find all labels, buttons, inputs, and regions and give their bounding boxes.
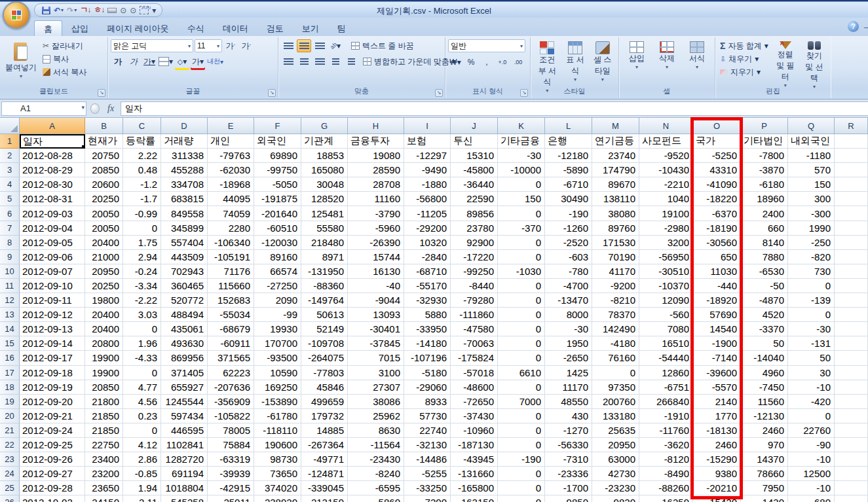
cell[interactable]: 98730	[254, 452, 301, 467]
cell[interactable]: 0	[788, 308, 835, 322]
cell[interactable]: 19900	[85, 351, 123, 365]
cell[interactable]: 0	[123, 221, 161, 236]
cell[interactable]: 78370	[592, 308, 639, 322]
cell[interactable]: 연기금등	[592, 134, 639, 149]
cell[interactable]: -37430	[451, 409, 498, 423]
name-box[interactable]: A1▾	[1, 101, 86, 116]
cell[interactable]	[835, 423, 868, 438]
cell[interactable]: 20950	[592, 438, 639, 452]
cell[interactable]: 4.12	[123, 438, 161, 452]
cell[interactable]: 기타금융	[498, 134, 545, 149]
cell[interactable]: 7080	[639, 322, 693, 336]
cell[interactable]: 2012-09-28	[20, 481, 85, 495]
cell[interactable]: 21000	[85, 250, 123, 264]
cell[interactable]: 18853	[301, 149, 348, 163]
cell[interactable]: 43310	[693, 163, 741, 177]
sort-descending-button[interactable]: ㅎ↓	[93, 5, 105, 16]
cell[interactable]: -56330	[545, 438, 592, 452]
cell[interactable]: -10430	[639, 163, 693, 177]
cell[interactable]: 702943	[161, 264, 208, 279]
cell[interactable]: -2650	[545, 351, 592, 365]
cell[interactable]: -4700	[545, 279, 592, 293]
cell[interactable]: 50	[788, 351, 835, 365]
cell[interactable]: 19900	[85, 366, 123, 380]
autosum-button[interactable]: Σ자동 합계▾	[718, 39, 770, 52]
cell[interactable]: -1700	[545, 481, 592, 495]
cell[interactable]: 1.75	[123, 236, 161, 250]
column-header-F[interactable]: F	[254, 118, 301, 134]
cell[interactable]: -50	[741, 279, 788, 293]
cell[interactable]: 외국인	[254, 134, 301, 149]
cell[interactable]: -72650	[451, 395, 498, 409]
cell[interactable]: 89670	[592, 177, 639, 192]
cell[interactable]: -42915	[208, 481, 254, 495]
cell[interactable]: 97350	[592, 380, 639, 395]
cell[interactable]: -175824	[451, 351, 498, 365]
cell[interactable]: 1018804	[161, 481, 208, 495]
row-header-17[interactable]: 17	[0, 366, 20, 380]
cell[interactable]: 2012-09-11	[20, 293, 85, 308]
currency-format-button[interactable]: ₩▾	[448, 56, 462, 69]
row-header-18[interactable]: 18	[0, 380, 20, 395]
cell[interactable]: -18220	[693, 192, 741, 206]
cell[interactable]: -6180	[741, 177, 788, 192]
cell[interactable]: 24150	[85, 495, 123, 502]
cell[interactable]	[835, 149, 868, 163]
cell[interactable]: 20050	[85, 206, 123, 221]
row-header-4[interactable]: 4	[0, 177, 20, 192]
cell[interactable]: -20210	[693, 481, 741, 495]
cell[interactable]: 730	[788, 264, 835, 279]
cell[interactable]: -267364	[301, 438, 348, 452]
column-header-D[interactable]: D	[161, 118, 208, 134]
cell[interactable]: -15290	[693, 452, 741, 467]
cell[interactable]: -7140	[693, 351, 741, 365]
cell[interactable]: -190	[545, 206, 592, 221]
cell[interactable]: 597434	[161, 409, 208, 423]
cell[interactable]: -131950	[301, 264, 348, 279]
dialog-launcher-number[interactable]: ↘	[520, 89, 528, 97]
cell[interactable]: -49771	[301, 452, 348, 467]
row-header-19[interactable]: 19	[0, 395, 20, 409]
cell[interactable]: -1.2	[123, 177, 161, 192]
cell[interactable]: 371565	[208, 351, 254, 365]
row-header-10[interactable]: 10	[0, 264, 20, 279]
cell[interactable]: 125481	[301, 206, 348, 221]
cell[interactable]: 3200	[639, 236, 693, 250]
cell[interactable]	[835, 293, 868, 308]
cell[interactable]: 20250	[85, 192, 123, 206]
row-header-25[interactable]: 25	[0, 481, 20, 495]
cell[interactable]: -11760	[639, 423, 693, 438]
cell[interactable]: 0	[498, 206, 545, 221]
cell[interactable]: -2210	[639, 177, 693, 192]
cell[interactable]: -6751	[639, 380, 693, 395]
cell[interactable]: 0	[498, 495, 545, 502]
cell[interactable]: 38080	[592, 206, 639, 221]
cell[interactable]: 57690	[693, 308, 741, 322]
cell[interactable]	[835, 380, 868, 395]
align-left-button[interactable]	[281, 55, 295, 68]
cell[interactable]: -14180	[404, 336, 451, 351]
cell[interactable]: 520772	[161, 293, 208, 308]
cell[interactable]: 150	[498, 192, 545, 206]
cell[interactable]: -54440	[639, 351, 693, 365]
cell[interactable]: 374020	[254, 481, 301, 495]
column-header-R[interactable]: R	[835, 118, 868, 134]
dialog-launcher-alignment[interactable]: ↘	[435, 89, 443, 97]
cell[interactable]	[835, 236, 868, 250]
row-header-13[interactable]: 13	[0, 308, 20, 322]
cell[interactable]: 0	[498, 177, 545, 192]
cell[interactable]: 기관계	[301, 134, 348, 149]
cell[interactable]: 78660	[741, 467, 788, 481]
cell[interactable]: -43945	[451, 452, 498, 467]
cell[interactable]: 19930	[254, 322, 301, 336]
cell[interactable]: -6710	[545, 177, 592, 192]
cell[interactable]: 5880	[404, 308, 451, 322]
borders-button[interactable]: ▾	[158, 55, 174, 68]
row-header-9[interactable]: 9	[0, 250, 20, 264]
cell[interactable]: -30401	[348, 322, 404, 336]
cell[interactable]: 2460	[693, 438, 741, 452]
cell[interactable]: 15310	[451, 149, 498, 163]
cell[interactable]: 499659	[301, 395, 348, 409]
cell[interactable]: 334708	[161, 177, 208, 192]
cell[interactable]: -3.34	[123, 279, 161, 293]
